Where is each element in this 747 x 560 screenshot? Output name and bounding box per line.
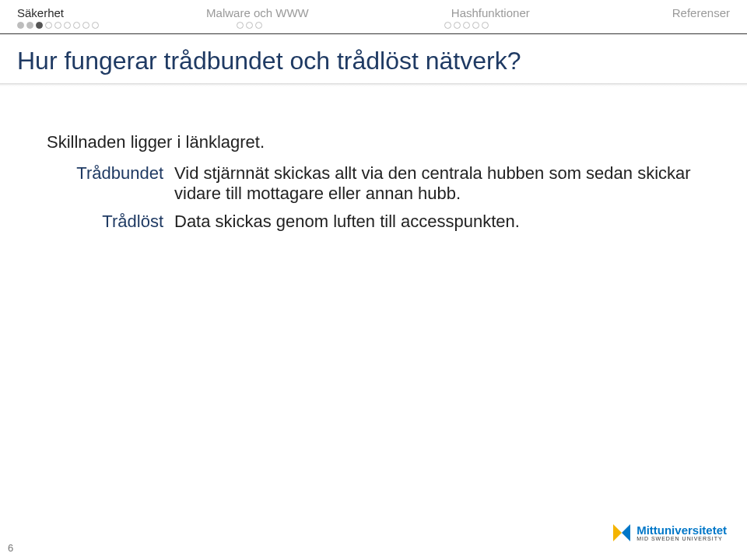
dot-icon: [92, 22, 99, 29]
dot-icon: [454, 22, 461, 29]
logo-text: Mittuniversitetet MID SWEDEN UNIVERSITY: [637, 524, 727, 541]
dot-icon: [73, 22, 80, 29]
nav-section-referenser[interactable]: Referenser: [672, 6, 730, 19]
definition-list: Trådbundet Vid stjärnnät skickas allt vi…: [47, 163, 700, 232]
nav-section-malware[interactable]: Malware och WWW: [206, 6, 309, 19]
dot-icon: [17, 22, 24, 29]
progress-dots-row: [0, 19, 747, 33]
dot-icon: [64, 22, 71, 29]
dot-icon: [26, 22, 33, 29]
dot-icon: [45, 22, 52, 29]
logo-mark-icon: [613, 524, 630, 541]
logo-line2: MID SWEDEN UNIVERSITY: [637, 536, 727, 541]
dot-icon: [463, 22, 470, 29]
logo-line1: Mittuniversitetet: [637, 524, 727, 536]
nav-section-sakerhet[interactable]: Säkerhet: [17, 6, 64, 19]
dot-icon: [472, 22, 479, 29]
term-tradbundet: Trådbundet: [47, 163, 163, 204]
dot-icon: [482, 22, 489, 29]
dot-icon: [246, 22, 253, 29]
def-tradbundet: Vid stjärnnät skickas allt via den centr…: [174, 163, 700, 204]
dot-icon: [255, 22, 262, 29]
dot-icon: [82, 22, 89, 29]
university-logo: Mittuniversitetet MID SWEDEN UNIVERSITY: [613, 524, 727, 541]
dots-hash: [444, 22, 489, 29]
dot-icon: [54, 22, 61, 29]
dot-current-icon: [36, 22, 43, 29]
page-title: Hur fungerar trådbundet och trådlöst nät…: [0, 34, 747, 83]
page-number: 6: [8, 542, 13, 554]
def-tradlost: Data skickas genom luften till accesspun…: [174, 212, 700, 232]
nav-section-hash[interactable]: Hashfunktioner: [451, 6, 530, 19]
dots-malware: [237, 22, 262, 29]
dot-icon: [237, 22, 244, 29]
dot-icon: [444, 22, 451, 29]
intro-text: Skillnaden ligger i länklagret.: [47, 132, 700, 152]
dots-sakerhet: [17, 22, 99, 29]
term-tradlost: Trådlöst: [47, 212, 163, 232]
